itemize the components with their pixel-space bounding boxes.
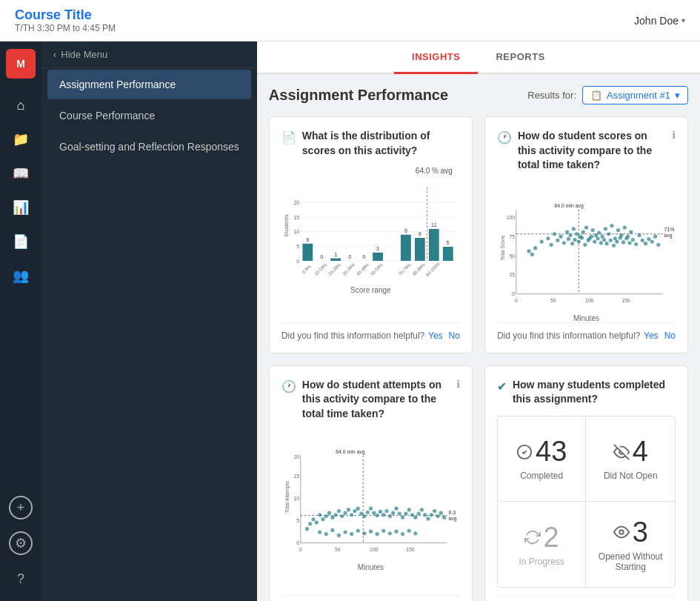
page-title: Assignment Performance <box>269 87 448 104</box>
svg-text:40-49%: 40-49% <box>356 262 370 276</box>
people-icon[interactable]: 👥 <box>6 261 36 290</box>
svg-point-111 <box>634 242 638 246</box>
svg-text:20: 20 <box>293 200 299 205</box>
svg-point-73 <box>600 234 604 238</box>
svg-point-67 <box>581 230 585 233</box>
svg-point-94 <box>580 236 584 239</box>
svg-point-75 <box>607 232 610 236</box>
settings-button[interactable]: ⚙ <box>9 531 33 555</box>
book-icon[interactable]: 📖 <box>6 159 36 188</box>
svg-point-70 <box>590 228 594 232</box>
svg-point-107 <box>621 240 625 244</box>
attempts-vs-time-card: 🕐 How do student attempts on this activi… <box>269 365 473 601</box>
clock-card-icon-3: 🕐 <box>281 379 296 394</box>
svg-point-160 <box>381 513 385 517</box>
home-icon[interactable]: ⌂ <box>6 90 36 120</box>
svg-text:50: 50 <box>509 253 515 258</box>
svg-text:10: 10 <box>293 496 299 501</box>
svg-text:50-59%: 50-59% <box>370 262 384 276</box>
sidebar-item-goal-setting[interactable]: Goal-setting and Reflection Responses <box>47 132 251 162</box>
svg-text:50: 50 <box>550 298 556 303</box>
folder-icon[interactable]: 📁 <box>6 124 36 154</box>
helpful-yes-2[interactable]: Yes <box>644 331 659 341</box>
sidebar-item-assignment-performance[interactable]: Assignment Performance <box>47 70 251 99</box>
svg-point-118 <box>656 243 660 247</box>
refresh-stat-icon <box>524 529 541 545</box>
info-icon-3[interactable]: ℹ <box>456 378 460 390</box>
check-circle-stat-icon <box>516 444 533 460</box>
add-button[interactable]: + <box>9 496 33 519</box>
document-icon[interactable]: 📄 <box>6 227 36 256</box>
svg-point-98 <box>593 239 596 243</box>
x-axis-label-scatter2: Minutes <box>497 314 676 322</box>
helpful-no-1[interactable]: No <box>449 331 460 341</box>
svg-point-82 <box>629 230 633 233</box>
svg-point-91 <box>570 242 574 245</box>
help-icon[interactable]: ? <box>6 564 36 594</box>
svg-point-187 <box>362 531 366 535</box>
svg-text:11: 11 <box>431 223 437 228</box>
svg-text:1: 1 <box>334 252 337 257</box>
svg-text:50: 50 <box>335 546 341 551</box>
assignment-selector-button[interactable]: 📋 Assignment #1 ▾ <box>582 86 688 104</box>
helpful-row-3: Did you find this information helpful? Y… <box>281 595 460 601</box>
helpful-yes-1[interactable]: Yes <box>428 331 443 341</box>
svg-text:avg: avg <box>448 515 456 521</box>
helpful-row-4: Did you find this information helpful? Y… <box>497 595 676 601</box>
svg-text:0: 0 <box>512 291 515 296</box>
helpful-row-2: Did you find this information helpful? Y… <box>497 322 676 341</box>
svg-point-184 <box>343 530 347 534</box>
svg-text:Total Attempts: Total Attempts <box>284 480 290 513</box>
svg-point-175 <box>430 513 433 517</box>
svg-point-86 <box>530 252 534 256</box>
svg-point-161 <box>384 509 388 513</box>
app-logo-icon[interactable]: M <box>6 49 36 79</box>
svg-point-162 <box>388 514 392 517</box>
chart-icon[interactable]: 📊 <box>6 193 36 222</box>
info-icon-2[interactable]: ℹ <box>672 129 676 141</box>
svg-point-65 <box>575 232 579 236</box>
svg-point-149 <box>347 508 350 511</box>
svg-rect-30 <box>443 247 453 261</box>
svg-point-178 <box>439 511 442 514</box>
user-menu[interactable]: John Doe ▾ <box>634 15 685 27</box>
assignment-chevron-icon: ▾ <box>675 90 680 101</box>
stat-not-open-value: 4 <box>633 436 648 468</box>
svg-text:6.3: 6.3 <box>448 509 456 514</box>
svg-point-164 <box>394 506 398 510</box>
svg-point-140 <box>318 513 321 517</box>
user-chevron-icon: ▾ <box>681 16 685 24</box>
svg-point-150 <box>350 513 353 517</box>
card-title-score-dist: 📄 What is the distribution of scores on … <box>281 129 460 158</box>
helpful-no-2[interactable]: No <box>664 331 676 341</box>
svg-point-141 <box>321 517 324 521</box>
top-header: Course Title T/TH 3:30 PM to 4:45 PM Joh… <box>0 0 700 41</box>
svg-point-62 <box>565 230 569 233</box>
svg-text:70-79%: 70-79% <box>398 262 412 276</box>
eye-slash-stat-icon <box>613 444 630 460</box>
svg-point-110 <box>631 238 635 242</box>
svg-point-63 <box>568 233 572 237</box>
stat-in-progress-label: In Progress <box>519 557 564 567</box>
sidebar-menu: ‹ Hide Menu Assignment Performance Cours… <box>41 41 257 601</box>
svg-point-169 <box>410 513 414 517</box>
tab-reports[interactable]: REPORTS <box>478 41 562 74</box>
hide-menu-button[interactable]: ‹ Hide Menu <box>41 41 257 68</box>
svg-point-96 <box>586 239 590 242</box>
card-title-text-completion: How many students completed this assignm… <box>513 378 676 407</box>
x-axis-label-scatter3: Minutes <box>281 563 460 571</box>
svg-point-166 <box>401 515 404 519</box>
svg-point-179 <box>442 515 446 519</box>
svg-text:25: 25 <box>509 272 515 277</box>
stat-completed-value: 43 <box>536 436 567 468</box>
sidebar: M ⌂ 📁 📖 📊 📄 👥 + ⚙ ? ‹ Hide Menu Assignme… <box>0 41 257 601</box>
sidebar-item-course-performance[interactable]: Course Performance <box>47 101 251 130</box>
svg-text:3: 3 <box>376 246 379 251</box>
svg-text:64.0 min avg: 64.0 min avg <box>336 449 365 455</box>
svg-text:Total Score: Total Score <box>500 235 505 261</box>
tab-insights[interactable]: INSIGHTS <box>394 41 478 74</box>
document-card-icon: 📄 <box>281 130 296 145</box>
svg-point-195 <box>413 531 417 535</box>
svg-point-77 <box>613 236 617 240</box>
card-title-text-score-dist: What is the distribution of scores on th… <box>302 129 460 158</box>
